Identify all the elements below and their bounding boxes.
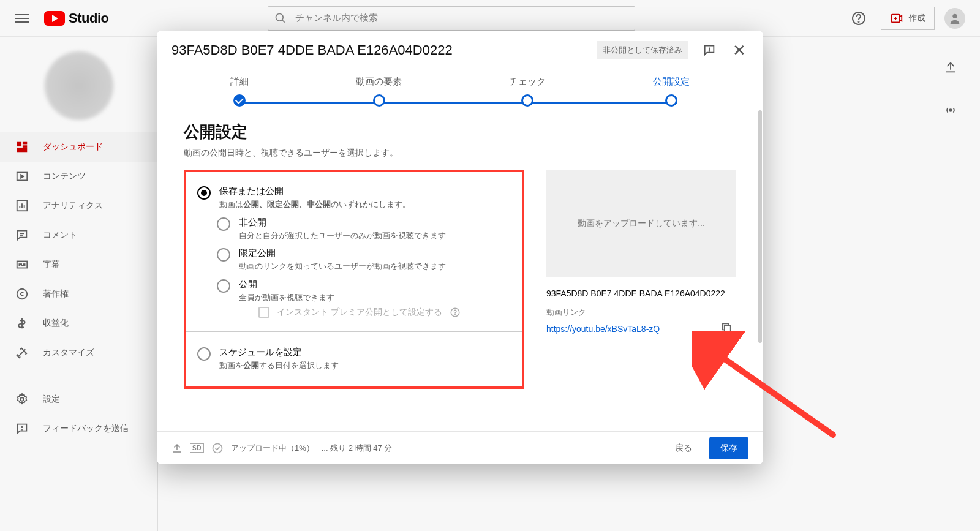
- step-visibility[interactable]: 公開設定: [653, 76, 690, 107]
- radio-icon[interactable]: [197, 347, 211, 361]
- svg-rect-34: [725, 326, 731, 332]
- copy-icon[interactable]: [717, 318, 736, 340]
- step-elements[interactable]: 動画の要素: [356, 76, 402, 107]
- close-icon[interactable]: ✕: [730, 42, 748, 58]
- preview-link-label: 動画リンク: [546, 307, 736, 318]
- radio-private[interactable]: 非公開 自分と自分が選択したユーザーのみが動画を視聴できます: [217, 213, 511, 244]
- radio-icon[interactable]: [217, 217, 230, 231]
- upload-icon: [172, 443, 183, 454]
- radio-icon[interactable]: [217, 248, 230, 262]
- save-status-badge: 非公開として保存済み: [597, 41, 688, 59]
- back-button[interactable]: 戻る: [669, 438, 698, 459]
- radio-public[interactable]: 公開 全員が動画を視聴できます インスタント プレミア公開として設定する: [217, 275, 511, 321]
- upload-progress-text: アップロード中（1%）: [231, 443, 314, 454]
- stepper: 詳細 動画の要素 チェック 公開設定: [157, 70, 763, 114]
- save-button[interactable]: 保存: [709, 437, 748, 459]
- svg-point-31: [709, 51, 710, 51]
- modal-header: 93FA5D8D B0E7 4DDE BADA E126A04D0222 非公開…: [157, 31, 763, 70]
- preview-title: 93FA5D8D B0E7 4DDE BADA E126A04D0222: [546, 288, 736, 298]
- upload-modal: 93FA5D8D B0E7 4DDE BADA E126A04D0222 非公開…: [157, 31, 763, 464]
- preview-thumbnail: 動画をアップロードしています...: [546, 170, 736, 277]
- preview-pane: 動画をアップロードしています... 93FA5D8D B0E7 4DDE BAD…: [546, 170, 736, 389]
- visibility-card: 保存または公開 動画は公開、限定公開、非公開のいずれかにします。 非公開 自分と…: [184, 170, 524, 389]
- modal-title: 93FA5D8D B0E7 4DDE BADA E126A04D0222: [172, 42, 453, 58]
- radio-icon[interactable]: [217, 279, 230, 293]
- premiere-checkbox[interactable]: インスタント プレミア公開として設定する: [258, 307, 511, 318]
- svg-point-33: [455, 314, 456, 315]
- preview-link[interactable]: https://youtu.be/xBSvTaL8-zQ: [546, 324, 660, 334]
- radio-unlisted[interactable]: 限定公開 動画のリンクを知っているユーザーが動画を視聴できます: [217, 244, 511, 275]
- modal-footer: SD アップロード中（1%） ... 残り 2 時間 47 分 戻る 保存: [157, 431, 763, 464]
- help-icon[interactable]: [450, 307, 461, 318]
- time-remaining-text: ... 残り 2 時間 47 分: [322, 443, 393, 454]
- feedback-modal-icon[interactable]: [697, 38, 722, 62]
- step-checks[interactable]: チェック: [509, 76, 546, 107]
- divider: [186, 331, 522, 332]
- section-title: 公開設定: [184, 121, 736, 143]
- radio-icon[interactable]: [197, 186, 211, 200]
- check-circle-icon: [211, 442, 224, 454]
- sd-badge: SD: [190, 443, 204, 453]
- radio-schedule[interactable]: スケジュールを設定 動画を公開する日付を選択します: [197, 343, 511, 374]
- step-detail[interactable]: 詳細: [230, 76, 249, 107]
- section-subtitle: 動画の公開日時と、視聴できるユーザーを選択します。: [184, 148, 736, 159]
- svg-point-36: [213, 443, 222, 453]
- radio-save-publish[interactable]: 保存または公開 動画は公開、限定公開、非公開のいずれかにします。: [197, 182, 511, 213]
- modal-body: 公開設定 動画の公開日時と、視聴できるユーザーを選択します。 保存または公開 動…: [157, 114, 763, 431]
- checkbox-icon[interactable]: [258, 307, 270, 318]
